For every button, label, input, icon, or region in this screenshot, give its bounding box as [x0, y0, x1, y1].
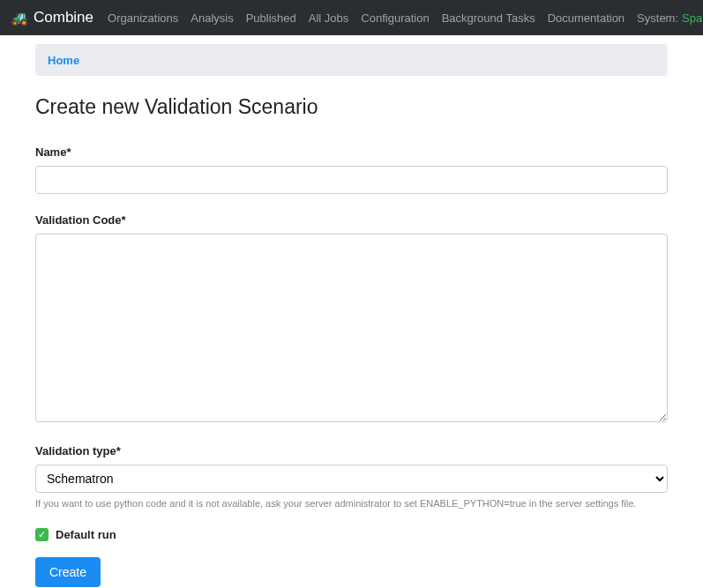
default-run-label: Default run: [56, 528, 116, 541]
system-label: System:: [637, 11, 678, 25]
form-group-name: Name*: [35, 145, 668, 194]
nav-link-documentation[interactable]: Documentation: [548, 11, 624, 25]
checkbox-group-default-run: ✓ Default run: [35, 528, 668, 541]
form-group-code: Validation Code*: [35, 213, 668, 425]
breadcrumb: Home: [35, 44, 668, 76]
default-run-checkbox[interactable]: ✓: [35, 528, 49, 541]
nav-link-background-tasks[interactable]: Background Tasks: [442, 11, 535, 25]
type-help-text: If you want to use python code and it is…: [35, 498, 668, 509]
navbar: 🚜 Combine Organizations Analysis Publish…: [0, 0, 703, 35]
code-label: Validation Code*: [35, 213, 668, 227]
name-input[interactable]: [35, 166, 668, 194]
type-label: Validation type*: [35, 444, 668, 458]
checkmark-icon: ✓: [38, 530, 46, 540]
type-select[interactable]: Schematron: [35, 465, 668, 493]
breadcrumb-home[interactable]: Home: [48, 54, 79, 67]
brand-text: Combine: [34, 9, 93, 26]
page-title: Create new Validation Scenario: [35, 95, 668, 119]
nav-system: System: Spark / Tasks / ⎇ /: [637, 11, 703, 25]
navbar-brand[interactable]: 🚜 Combine: [11, 9, 93, 26]
system-spark-link[interactable]: Spark: [682, 11, 703, 25]
nav-link-published[interactable]: Published: [246, 11, 296, 25]
nav-link-organizations[interactable]: Organizations: [108, 11, 178, 25]
nav-link-analysis[interactable]: Analysis: [191, 11, 233, 25]
nav-links: Organizations Analysis Published All Job…: [108, 11, 703, 25]
create-button[interactable]: Create: [35, 557, 101, 587]
name-label: Name*: [35, 145, 668, 159]
tractor-icon: 🚜: [11, 10, 28, 26]
form-group-type: Validation type* Schematron If you want …: [35, 444, 668, 509]
nav-link-configuration[interactable]: Configuration: [361, 11, 429, 25]
nav-link-all-jobs[interactable]: All Jobs: [309, 11, 349, 25]
main-container: Home Create new Validation Scenario Name…: [0, 35, 703, 588]
code-textarea[interactable]: [35, 234, 668, 422]
